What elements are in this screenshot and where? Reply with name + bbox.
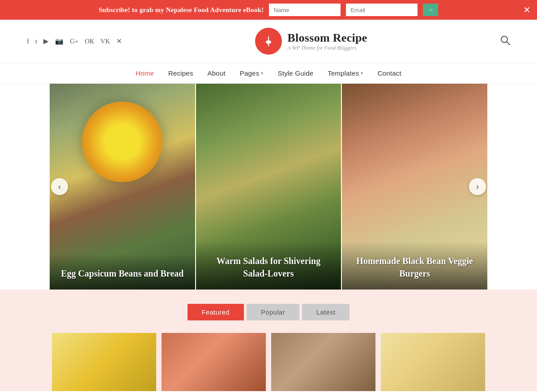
slide-3-overlay: Homemade Black Bean Veggie Burgers — [342, 241, 487, 290]
slide-2-overlay: Warm Salads for Shivering Salad-Lovers — [196, 241, 341, 290]
templates-dropdown-icon: ▾ — [361, 71, 363, 76]
banner-text: Subscribe! to grab my Nepalese Food Adve… — [99, 6, 264, 14]
carousel-prev-button[interactable]: ‹ — [51, 178, 68, 195]
carousel-slide-1[interactable]: Egg Capsicum Beans and Bread — [50, 84, 195, 290]
main-nav: Home Recipes About Pages ▾ Style Guide T… — [0, 63, 537, 84]
svg-line-5 — [507, 42, 510, 45]
banner-close-button[interactable]: ✕ — [523, 5, 531, 14]
nav-about[interactable]: About — [208, 69, 226, 77]
instagram-icon[interactable]: 📷 — [55, 37, 64, 45]
logo-icon — [255, 28, 282, 55]
featured-card-4[interactable] — [381, 333, 485, 391]
svg-rect-1 — [268, 36, 269, 41]
facebook-icon[interactable]: f — [27, 38, 29, 45]
vk-icon[interactable]: VK — [100, 38, 110, 45]
youtube-icon[interactable]: ▶ — [43, 37, 49, 45]
featured-card-1[interactable] — [52, 333, 156, 391]
site-title: Blossom Recipe — [287, 31, 367, 45]
tab-popular[interactable]: Popular — [247, 304, 299, 320]
site-logo[interactable]: Blossom Recipe A WP Theme for Food Blogg… — [255, 28, 367, 55]
carousel-slide-3[interactable]: Homemade Black Bean Veggie Burgers — [342, 84, 487, 290]
nav-pages[interactable]: Pages ▾ — [240, 69, 264, 77]
slide-3-title: Homemade Black Bean Veggie Burgers — [351, 255, 478, 280]
nav-recipes[interactable]: Recipes — [168, 69, 193, 77]
featured-cards-row — [0, 333, 537, 391]
slide-1-title: Egg Capsicum Beans and Bread — [59, 267, 186, 280]
xing-icon[interactable]: ✕ — [116, 37, 122, 45]
nav-contact[interactable]: Contact — [378, 69, 401, 77]
carousel-slide-2[interactable]: Warm Salads for Shivering Salad-Lovers — [196, 84, 341, 290]
tab-latest[interactable]: Latest — [302, 304, 350, 320]
tab-featured[interactable]: Featured — [188, 304, 244, 320]
nav-home[interactable]: Home — [136, 69, 154, 77]
googleplus-icon[interactable]: G+ — [70, 38, 78, 45]
featured-card-3[interactable] — [271, 333, 375, 391]
nav-style-guide[interactable]: Style Guide — [278, 69, 314, 77]
pages-dropdown-icon: ▾ — [261, 71, 263, 76]
top-banner: Subscribe! to grab my Nepalese Food Adve… — [0, 0, 537, 20]
svg-rect-3 — [268, 43, 269, 47]
hero-carousel: ‹ Egg Capsicum Beans and Bread Warm Sala… — [0, 84, 537, 290]
twitter-icon[interactable]: t — [35, 38, 37, 45]
logo-text-group: Blossom Recipe A WP Theme for Food Blogg… — [287, 31, 367, 51]
site-tagline: A WP Theme for Food Bloggers — [287, 45, 367, 51]
carousel-next-button[interactable]: › — [469, 178, 486, 195]
featured-section: Featured Popular Latest — [0, 290, 537, 391]
banner-email-input[interactable] — [346, 4, 418, 16]
slide-2-title: Warm Salads for Shivering Salad-Lovers — [205, 255, 332, 280]
nav-templates[interactable]: Templates ▾ — [328, 69, 363, 77]
banner-submit-button[interactable]: → — [423, 4, 438, 16]
odnoklassniki-icon[interactable]: ОК — [85, 38, 94, 45]
banner-name-input[interactable] — [269, 4, 341, 16]
search-button[interactable] — [500, 35, 510, 47]
featured-card-2[interactable] — [162, 333, 266, 391]
social-icons-group: f t ▶ 📷 G+ ОК VK ✕ — [27, 37, 122, 45]
tab-row: Featured Popular Latest — [0, 304, 537, 320]
site-header: f t ▶ 📷 G+ ОК VK ✕ Blossom Recipe A WP T… — [0, 20, 537, 63]
slide-1-overlay: Egg Capsicum Beans and Bread — [50, 254, 195, 290]
